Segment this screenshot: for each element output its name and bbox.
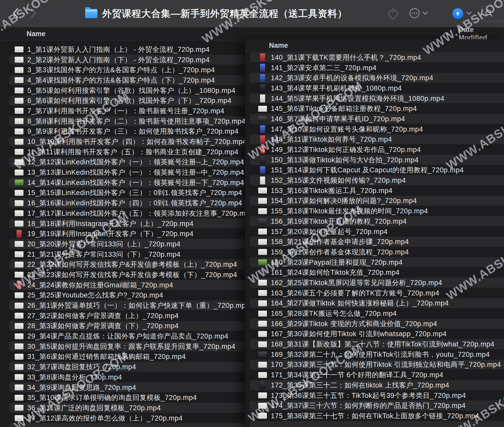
list-item[interactable]: 156_第19课Tiktok开直播的教程_720p.mp4 <box>245 216 504 227</box>
list-item[interactable]: 35_第10课需求订单很明确的询盘回复模板_720p.mp4 <box>0 392 245 403</box>
sort-ascending-icon[interactable] <box>443 28 449 40</box>
list-item[interactable]: 5_第5课如何利用搜索引擎（谷歌）找国外客户（上）_1080p.mp4 <box>0 85 245 96</box>
list-item[interactable]: 21_第21课外贸客户常问133问（下）_720p.mp4 <box>0 249 245 260</box>
list-item[interactable]: 3_第3课找国外客户的方法&各国客户特点（上）_720p.mp4 <box>0 65 245 75</box>
file-name: 168_第31课【新改版】第二十八节：使用TikTok引流到what_720p.… <box>271 340 494 349</box>
list-item[interactable]: 24_第24课教你如何注册Gmail邮箱_720p.mp4 <box>0 280 245 290</box>
list-item[interactable]: 142_第3课安卓手机的设备模拟海外环境_720p.mp4 <box>245 73 504 83</box>
list-item[interactable]: 32_第7课询盘回复技巧_720p.mp4 <box>0 362 245 372</box>
list-item[interactable]: 152_第15课文件视频如何传输?_720p.mp4 <box>245 175 504 186</box>
column-header-name[interactable]: Name <box>27 28 46 40</box>
list-item[interactable]: 144_第5课苹果手机网络设置模拟海外环境_1080p.mp4 <box>245 93 504 104</box>
list-item[interactable]: 10_第10课利用脸书开发客户（四）：如何在脸书发布帖子_720p.mp4 <box>0 136 245 147</box>
list-item[interactable]: 164_第27课做Tiktok 如何快速涨粉秘籍 (上）_720p.mp4 <box>245 298 504 309</box>
file-name: 21_第21课外贸客户常问133问（下）_720p.mp4 <box>27 250 181 259</box>
forward-button[interactable] <box>28 6 39 21</box>
list-item[interactable]: 157_第20课如何批量起号_720p.mp4 <box>245 227 504 237</box>
list-item[interactable]: 149_第12课Tiktok如何正确发布作品_720p.mp4 <box>245 144 504 155</box>
list-item[interactable]: 166_第29课Tiktok 变现的方式和商业价值_720p.mp4 <box>245 319 504 329</box>
list-item[interactable]: 155_第18课Tiktok最佳发布视频的时间_720p.mp4 <box>245 206 504 216</box>
list-item[interactable]: 27_第2课如何做客户背景调查（上）_720p.mp4 <box>0 311 245 321</box>
list-item[interactable]: 150_第13课做Tiktok如何与大V合拍_720p.mp4 <box>245 155 504 165</box>
list-item[interactable]: 140_第1课下载TK需要用什么手机？_720p.mp4 <box>245 52 504 63</box>
list-item[interactable]: 15_第15课LinKedin找国外客户（三）：0到1.领英找客户_720p.m… <box>0 188 245 198</box>
list-item[interactable]: 4_第4课找国外客户的方法&各国客户特点（下）_720p.mp4 <box>0 75 245 85</box>
list-item[interactable]: 33_第8课询盘分析_720p.mp4 <box>0 372 245 382</box>
list-item[interactable]: 11_第11课利用脸书开发客户（五）：脸书商业主页创建_720p.mp4 <box>0 147 245 157</box>
list-item[interactable]: 143_第4课苹果手机刷机教程_1080p.mp4 <box>245 83 504 93</box>
list-item[interactable]: 147_第10课如何设置账号头像和昵称_720p.mp4 <box>245 124 504 134</box>
list-item[interactable]: 146_第7课如何申请苹果手机ID_720p.mp4 <box>245 114 504 124</box>
list-item[interactable]: 13_第13课LinKedin找国外客户（一）：领英账号注册--中_720p.m… <box>0 167 245 178</box>
list-item[interactable]: 148_第11课Tiktok如何养号_720p.mp4 <box>245 134 504 145</box>
list-item[interactable]: 163_第26课五个必须要了解的TK官方账号_720p.mp4 <box>245 288 504 298</box>
list-item[interactable]: 169_第32课第二十九：如何使用TikTok引流到脸书，youtu_720p.… <box>245 349 504 360</box>
list-item[interactable]: 17_第17课LinKedin找国外客户（五）：领英添加好友注意事_720p.m… <box>0 208 245 219</box>
list-item[interactable]: 174_第37课三十六节：如何判断你的产品是否热门_720p.mp4 <box>245 400 504 411</box>
back-button[interactable] <box>10 6 21 21</box>
list-item[interactable]: 19_第19课利用Instagram开发客户（下）_720p.mp4 <box>0 229 245 239</box>
list-item[interactable]: 7_第7课利用脸书开发客户（一）：脸书新账号注册_720p.mp4 <box>0 106 245 116</box>
list-item[interactable]: 12_第12课LinKedin找国外客户（一）：领英账号注册--上_720p.m… <box>0 157 245 167</box>
list-item[interactable]: 31_第6课如何通过销售邮箱找采购邮箱_720p.mp4 <box>0 352 245 362</box>
list-item[interactable]: 154_第17课如何解决0播放的问题?_720p.mp4 <box>245 196 504 206</box>
light-landscape-thumbnail <box>258 413 267 419</box>
list-item[interactable]: 36_第11课广泛的询盘回复模板_720p.mp4 <box>0 403 245 413</box>
list-item[interactable]: 172_第35课第三十二：如何在tiktok 上找客户_720p.mp4 <box>245 380 504 390</box>
light-landscape-thumbnail <box>15 343 23 349</box>
list-item[interactable]: 170_第33课第三十节：如何使用Tiktok 引流到独立站和电商平_720p.… <box>245 360 504 370</box>
list-item[interactable]: 145_第6课Tiktok必备邮箱注册教程_720p.mp4 <box>245 103 504 114</box>
list-item[interactable]: 160_第23课Paypal注册和提现_720p.mp4 <box>245 257 504 268</box>
list-item[interactable]: 167_第30课如何使用Tiktok 引流到whatsapp_720p.mp4 <box>245 329 504 339</box>
list-item[interactable]: 26_第1课外贸逼单技巧（一）：如何让客户快速下单（重）_720p.mp4 <box>0 300 245 311</box>
file-name: 1_第1课外贸新人入门指南（上） - 外贸全流程_720p.mp4 <box>27 45 210 54</box>
column-divider[interactable] <box>453 29 454 39</box>
list-item[interactable]: 162_第25课Tiktok黑屏闪退等常见问题分析_720p.mp4 <box>245 278 504 288</box>
quick-action-button[interactable] <box>452 8 472 19</box>
search-input[interactable] <box>481 6 504 21</box>
toolbar: 外贸课程大合集—新手到外贸精英全流程（送工具资料） <box>0 0 504 28</box>
video-thumbnail-icon <box>14 139 24 145</box>
list-item[interactable]: 8_第8课利用脸书开发客户（二）：脸书新号使用注意事项_720p.mp4 <box>0 116 245 126</box>
list-item[interactable]: 29_第4课产品卖点提炼：让国外客户知道你产品卖点_720p.mp4 <box>0 331 245 341</box>
tag-button[interactable] <box>389 10 409 18</box>
list-item[interactable]: 6_第6课如何利用搜索引擎（谷歌）找国外客户（下）_720p.mp4 <box>0 95 245 106</box>
list-item[interactable]: 159_第22课创作者基金体现流程_720p.mp4 <box>245 247 504 257</box>
list-item[interactable]: 141_第2课安卓第二三_720p.mp4 <box>245 63 504 73</box>
list-item[interactable]: 30_第5课如何提升询盘回复率：跟客户联系提升回复率_720p.mp4 <box>0 341 245 352</box>
list-item[interactable]: 153_第16课Tiktok搬运工具_720p.mp4 <box>245 186 504 196</box>
list-item[interactable]: 151_第14课如何下载Capcut 及Capcut的使用教程_720p.mp4 <box>245 165 504 175</box>
list-item[interactable]: 158_第21课创作者基金申请步骤_720p.mp4 <box>245 237 504 247</box>
list-item[interactable]: 23_第23课如何写开发信找客户&开发信参考模板（下）_720p.mp4 <box>0 270 245 280</box>
list-item[interactable]: 165_第28课TK搬运号怎么做_720p.mp4 <box>245 308 504 319</box>
light-landscape-thumbnail <box>258 290 267 296</box>
column-header-date-modified[interactable]: Date Modified <box>459 28 504 40</box>
list-item[interactable]: 1_第1课外贸新人入门指南（上） - 外贸全流程_720p.mp4 <box>0 44 245 55</box>
list-item[interactable]: 18_第18课利用Instagram开发客户（上）_720p.mp4 <box>0 219 245 229</box>
file-name: 37_第12课高效的报价单怎么做（上）_720p.mp4 <box>27 414 183 423</box>
video-thumbnail-icon <box>14 384 24 390</box>
light-landscape-thumbnail <box>15 128 23 134</box>
list-item[interactable]: 14_第14课LinKedin找国外客户（一）：领英账号注册--下_720p.m… <box>0 178 245 188</box>
list-item[interactable]: 20_第20课外贸客户常问133问（上）_720p.mp4 <box>0 239 245 249</box>
list-item[interactable]: 168_第31课【新改版】第二十八节：使用TikTok引流到what_720p.… <box>245 339 504 349</box>
list-item[interactable]: 37_第12课高效的报价单怎么做（上）_720p.mp4 <box>0 413 245 423</box>
more-actions-button[interactable] <box>409 8 428 20</box>
list-item[interactable]: 34_第9课询盘回复思路_720p.mp4 <box>0 382 245 393</box>
list-item[interactable]: 28_第3课如何做客户背景调查（下）_720p.mp4 <box>0 321 245 331</box>
column-header-name[interactable]: Name <box>269 39 288 52</box>
list-item[interactable]: 25_第25课Youtube怎么找客户?_720p.mp4 <box>0 290 245 301</box>
list-item[interactable]: 22_第22课如何写开发信找客户&开发信参考模板（上）_720p.mp4 <box>0 259 245 270</box>
file-name: 2_第2课外贸新人入门指南（下） - 外贸全流程_720p.mp4 <box>27 55 210 65</box>
video-thumbnail-icon <box>258 146 267 154</box>
list-item[interactable]: 175_第38课第三十七节：如何在TikTok上面放多个链接_720p.mp4 <box>245 411 504 421</box>
list-item[interactable]: 161_第24课如何给Tiktok充值_720p.mp4 <box>245 267 504 278</box>
list-item[interactable]: 16_第16课LinKedin找国外客户（四）：0到1.领英找客户_720p.m… <box>0 198 245 208</box>
video-thumbnail-icon <box>14 118 24 124</box>
list-item[interactable]: 9_第9课利用脸书开发客户（三）：如何使用脸书找客户_720p.mp4 <box>0 126 245 137</box>
list-item[interactable]: 2_第2课外贸新人入门指南（下） - 外贸全流程_720p.mp4 <box>0 55 245 65</box>
list-item[interactable]: 171_第34课第三十一节 6个好用的翻译工具_720p.mp4 <box>245 370 504 380</box>
video-thumbnail-icon <box>14 87 24 93</box>
list-item[interactable]: 173_第36课第三十五节：TikTok起号39个参考类目_720p.mp4 <box>245 390 504 401</box>
light-landscape-thumbnail <box>258 106 267 112</box>
